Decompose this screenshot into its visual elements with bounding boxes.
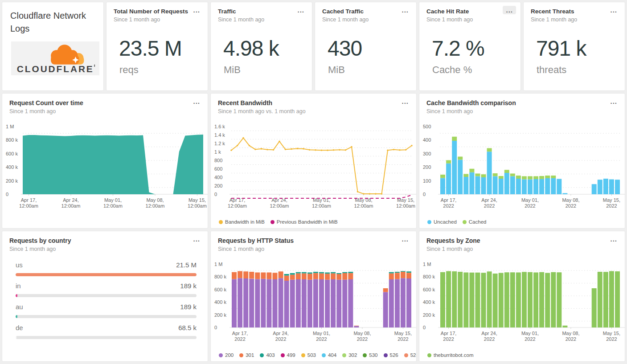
stat-value: 4.98 k: [223, 36, 312, 61]
panel-title: Cache Bandwidth comparison: [426, 99, 618, 106]
panel-menu-button[interactable]: ...: [190, 235, 203, 243]
country-bar-track: [16, 294, 197, 297]
country-value: 68.5 k: [178, 324, 197, 331]
cache-bandwidth-bar-chart[interactable]: 5004003002001000Apr 17,2022Apr 24,2022Ma…: [419, 120, 625, 214]
legend-dot: [219, 353, 223, 357]
country-bar-fill: [16, 294, 17, 297]
svg-text:100: 100: [423, 178, 431, 184]
svg-text:May 08,12:00am: May 08,12:00am: [354, 197, 373, 209]
legend-label: 503: [307, 352, 316, 358]
legend-item[interactable]: theburritobot.com: [427, 352, 474, 358]
http-status-bar-chart[interactable]: 1 M800 k600 k400 k200 k0Apr 17,2022Apr 2…: [211, 258, 416, 347]
legend-dot: [363, 353, 367, 357]
panel-menu-button[interactable]: ...: [398, 235, 412, 243]
zone-bar-chart[interactable]: 1 M800 k600 k400 k200 k0Apr 17,2022Apr 2…: [419, 258, 625, 347]
legend-item[interactable]: Bandwidth in MiB: [219, 219, 265, 225]
legend-item[interactable]: 404: [322, 352, 336, 358]
panel-subtitle: Since 1 month ago: [9, 108, 201, 115]
country-value: 21.5 M: [176, 261, 197, 269]
panel-subtitle: Since 1 month ago: [114, 16, 201, 23]
chart-legend: Bandwidth in MiBPrevious Bandwidth in Mi…: [219, 219, 338, 225]
panel-title: Total Number of Requests: [114, 8, 201, 15]
svg-text:600: 600: [214, 166, 222, 172]
svg-text:1 M: 1 M: [214, 262, 222, 267]
svg-text:Apr 17,2022: Apr 17,2022: [441, 197, 456, 209]
stat-value: 7.2 %: [432, 36, 520, 61]
panel-cache-hit-rate: Cache Hit Rate Since 1 month ago ... 7.2…: [419, 2, 521, 91]
svg-text:600 k: 600 k: [214, 287, 226, 292]
legend-item[interactable]: 403: [260, 352, 275, 358]
panel-title: Requests by HTTP Status: [218, 237, 409, 244]
country-value: 189 k: [180, 282, 197, 290]
country-bar-track: [16, 273, 197, 276]
legend-item[interactable]: 503: [301, 352, 316, 358]
panel-menu-button[interactable]: ...: [190, 97, 203, 106]
panel-menu-button[interactable]: ...: [398, 6, 412, 14]
panel-menu-button[interactable]: ...: [398, 97, 412, 106]
country-list: us 21.5 M in 189 k au 189 k: [2, 252, 208, 339]
legend-item[interactable]: 530: [363, 352, 377, 358]
svg-text:800 k: 800 k: [423, 274, 435, 279]
legend-item[interactable]: 524: [404, 352, 417, 358]
svg-text:0: 0: [423, 325, 426, 330]
legend-dot: [342, 353, 346, 357]
country-label: de: [16, 324, 23, 331]
svg-text:400 k: 400 k: [423, 299, 435, 305]
svg-text:800 k: 800 k: [214, 274, 226, 279]
svg-text:May 08,2022: May 08,2022: [562, 197, 579, 209]
request-count-area-chart[interactable]: 1 M800 k600 k400 k200 k0Apr 17,12:00amAp…: [2, 120, 208, 214]
stat-value: 430: [328, 36, 416, 61]
legend-dot: [260, 353, 264, 357]
panel-cached-traffic: Cached Traffic Since 1 month ago ... 430…: [315, 2, 417, 91]
panel-menu-button[interactable]: ...: [607, 6, 620, 14]
panel-menu-button[interactable]: ...: [294, 6, 307, 14]
legend-label: Cached: [469, 219, 487, 225]
svg-text:1 M: 1 M: [6, 124, 14, 129]
panel-recent-bandwidth: Recent Bandwidth Since 1 month ago vs. 1…: [210, 93, 417, 229]
stat-unit: MiB: [328, 64, 416, 76]
panel-recent-threats: Recent Threats Since 1 month ago ... 791…: [523, 2, 625, 91]
svg-text:300: 300: [423, 151, 431, 156]
svg-text:Apr 17,12:00am: Apr 17,12:00am: [228, 197, 247, 209]
panel-requests-by-country: Requests by country Since 1 month ago ..…: [2, 231, 208, 362]
svg-text:1 k: 1 k: [214, 149, 221, 155]
legend-item[interactable]: 499: [281, 352, 295, 358]
svg-text:0: 0: [423, 192, 426, 197]
legend-item[interactable]: 302: [342, 352, 357, 358]
panel-request-count: Request Count over time Since 1 month ag…: [2, 93, 208, 229]
stat-unit: reqs: [119, 64, 208, 76]
stat-unit: Cache %: [432, 64, 520, 76]
panel-menu-button[interactable]: ...: [503, 6, 516, 14]
panel-title: Cache Hit Rate: [426, 8, 513, 15]
bandwidth-line-chart[interactable]: 1.6 k1.4 k1.2 k1 k8006004002000Apr 17,12…: [211, 120, 416, 214]
svg-text:400 k: 400 k: [6, 164, 18, 170]
country-bar-fill: [16, 273, 197, 276]
panel-menu-button[interactable]: ...: [607, 235, 620, 243]
legend-item[interactable]: Uncached: [427, 219, 457, 225]
svg-text:Apr 24,12:00am: Apr 24,12:00am: [270, 197, 289, 209]
svg-text:400 k: 400 k: [214, 299, 226, 305]
svg-text:0: 0: [6, 192, 8, 197]
legend-item[interactable]: 200: [219, 352, 234, 358]
cloudflare-wordmark: CLOUDFLARE: [17, 64, 94, 74]
svg-text:600 k: 600 k: [6, 151, 18, 156]
legend-label: 499: [287, 352, 295, 358]
legend-item[interactable]: 301: [239, 352, 254, 358]
country-bar-track: [16, 336, 197, 339]
country-row: us 21.5 M: [16, 261, 197, 276]
legend-item[interactable]: Cached: [463, 219, 487, 225]
panel-menu-button[interactable]: ...: [607, 97, 620, 106]
svg-text:May 15,12:00am: May 15,12:00am: [188, 197, 207, 209]
panel-subtitle: Since 1 month ago: [218, 246, 409, 252]
panel-requests-by-http-status: Requests by HTTP Status Since 1 month ag…: [210, 231, 417, 362]
legend-label: 403: [266, 352, 275, 358]
svg-text:400: 400: [214, 175, 222, 180]
panel-title: Traffic: [218, 8, 305, 15]
legend-item[interactable]: 526: [384, 352, 398, 358]
panel-menu-button[interactable]: ...: [190, 6, 203, 14]
legend-dot: [404, 353, 408, 357]
chart-legend: theburritobot.com: [427, 352, 474, 358]
svg-text:May 08,2022: May 08,2022: [562, 331, 579, 342]
legend-item[interactable]: Previous Bandwidth in MiB: [270, 219, 338, 225]
legend-label: Previous Bandwidth in MiB: [277, 219, 338, 225]
